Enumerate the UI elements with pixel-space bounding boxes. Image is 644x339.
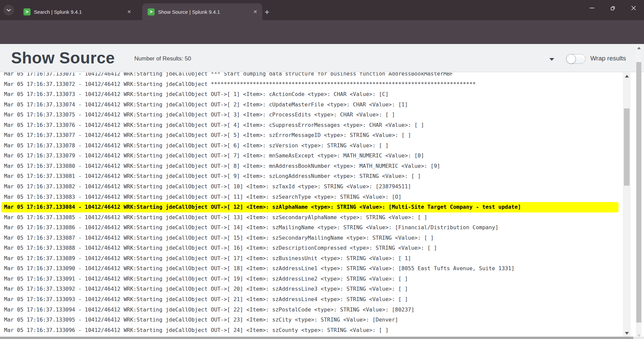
log-line: Mar 05 17:16:37.133073 - 10412/46412 WRK…	[0, 89, 619, 100]
scroll-up-button[interactable]	[623, 72, 631, 80]
log-line: Mar 05 17:16:37.133086 - 10412/46412 WRK…	[0, 223, 619, 233]
log-line: Mar 05 17:16:37.133079 - 10412/46412 WRK…	[0, 151, 619, 161]
wrap-results-toggle[interactable]	[566, 54, 586, 64]
log-line: Mar 05 17:16:37.133091 - 10412/46412 WRK…	[0, 274, 619, 284]
splunk-favicon: >	[23, 8, 31, 15]
log-line: Mar 05 17:16:37.133077 - 10412/46412 WRK…	[0, 130, 619, 141]
tab-title: Search | Splunk 9.4.1	[34, 9, 125, 15]
log-viewport: Mar 05 17:16:37.133071 - 10412/46412 WRK…	[0, 72, 623, 339]
log-line-highlighted: Mar 05 17:16:37.133084 - 10412/46412 WRK…	[1, 202, 619, 212]
arrow-up-icon	[637, 47, 640, 49]
log-line: Mar 05 17:16:37.133071 - 10412/46412 WRK…	[0, 72, 619, 79]
caret-down-icon[interactable]	[549, 58, 554, 61]
toggle-knob[interactable]	[566, 54, 576, 64]
arrow-up-icon	[625, 75, 629, 78]
log-line: Mar 05 17:16:37.133093 - 10412/46412 WRK…	[0, 294, 619, 305]
arrow-down-icon	[625, 332, 629, 335]
scroll-up-button[interactable]	[636, 45, 642, 51]
log-line: Mar 05 17:16:37.133085 - 10412/46412 WRK…	[0, 212, 619, 223]
tab-show-source-active[interactable]: > Show Source | Splunk 9.4.1 ✕	[142, 3, 262, 20]
tab-title: Show Source | Splunk 9.4.1	[158, 9, 252, 15]
page-title: Show Source	[11, 49, 115, 67]
log-line: Mar 05 17:16:37.133083 - 10412/46412 WRK…	[0, 192, 619, 202]
log-line: Mar 05 17:16:37.133078 - 10412/46412 WRK…	[0, 141, 619, 151]
log-horizontal-scrollbar[interactable]	[0, 337, 644, 339]
tab-close-icon[interactable]: ✕	[252, 8, 259, 15]
log-line: Mar 05 17:16:37.133089 - 10412/46412 WRK…	[0, 253, 619, 264]
minimize-icon	[590, 8, 594, 8]
log-vertical-scrollbar[interactable]	[623, 72, 631, 337]
tab-close-icon[interactable]: ✕	[125, 8, 133, 15]
log-line: Mar 05 17:16:37.133088 - 10412/46412 WRK…	[0, 243, 619, 253]
browser-toolbar: ← → ↻ Not secure 10.0.6.202:8000/en-GB/a…	[0, 20, 644, 44]
log-line: Mar 05 17:16:37.133095 - 10412/46412 WRK…	[0, 315, 619, 325]
restore-button[interactable]	[602, 0, 623, 16]
splunk-favicon: >	[148, 8, 155, 15]
log-line: Mar 05 17:16:37.133090 - 10412/46412 WRK…	[0, 263, 619, 274]
log-line: Mar 05 17:16:37.133072 - 10412/46412 WRK…	[0, 79, 619, 90]
chevron-down-icon	[6, 9, 11, 12]
log-line: Mar 05 17:16:37.133081 - 10412/46412 WRK…	[0, 171, 619, 182]
tab-search-splunk[interactable]: > Search | Splunk 9.4.1 ✕	[18, 3, 136, 20]
log-line: Mar 05 17:16:37.133092 - 10412/46412 WRK…	[0, 284, 619, 294]
splunk-show-source-page: Show Source Number of Results: 50 Wrap r…	[0, 44, 644, 339]
tab-search-button[interactable]	[3, 5, 14, 15]
log-line: Mar 05 17:16:37.133087 - 10412/46412 WRK…	[0, 233, 619, 243]
log-lines: Mar 05 17:16:37.133071 - 10412/46412 WRK…	[0, 72, 619, 339]
log-line: Mar 05 17:16:37.133074 - 10412/46412 WRK…	[0, 100, 619, 110]
scrollbar-thumb[interactable]	[0, 337, 633, 339]
scrollbar-thumb[interactable]	[636, 62, 641, 323]
scroll-down-button[interactable]	[623, 330, 631, 337]
page-vertical-scrollbar[interactable]	[636, 45, 642, 339]
close-window-button[interactable]	[623, 0, 644, 16]
minimize-button[interactable]	[582, 0, 602, 16]
restore-icon	[610, 5, 615, 11]
log-line: Mar 05 17:16:37.133094 - 10412/46412 WRK…	[0, 305, 619, 315]
log-line: Mar 05 17:16:37.133075 - 10412/46412 WRK…	[0, 110, 619, 120]
scrollbar-thumb[interactable]	[624, 108, 630, 186]
log-line: Mar 05 17:16:37.133096 - 10412/46412 WRK…	[0, 325, 619, 336]
log-line: Mar 05 17:16:37.133076 - 10412/46412 WRK…	[0, 120, 619, 131]
new-tab-button[interactable]: +	[262, 7, 272, 17]
tab-bar: > Search | Splunk 9.4.1 ✕ > Show Source …	[0, 0, 644, 20]
wrap-results-label: Wrap results	[590, 55, 626, 62]
log-line: Mar 05 17:16:37.133080 - 10412/46412 WRK…	[0, 161, 619, 172]
log-line: Mar 05 17:16:37.133082 - 10412/46412 WRK…	[0, 182, 619, 192]
close-icon	[631, 6, 636, 10]
window-controls	[582, 0, 644, 16]
page-header: Show Source Number of Results: 50 Wrap r…	[0, 44, 644, 72]
browser-window: > Search | Splunk 9.4.1 ✕ > Show Source …	[0, 0, 644, 339]
results-count-label: Number of Results: 50	[135, 55, 191, 62]
